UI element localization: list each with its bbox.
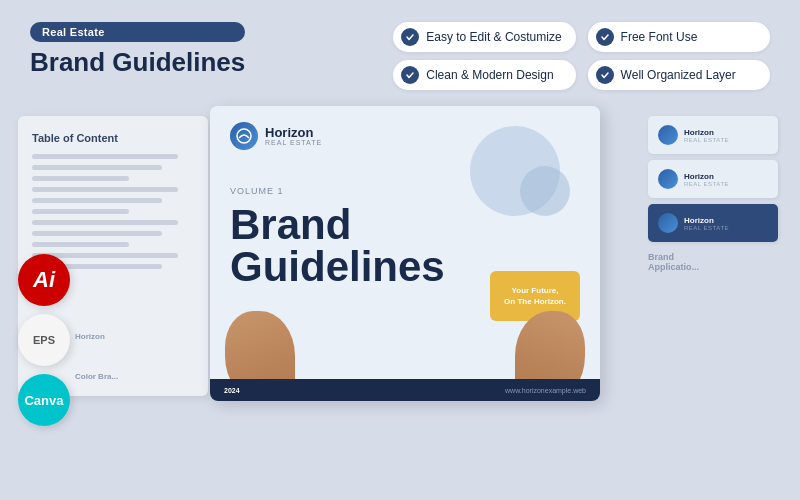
header: Real Estate Brand Guidelines Easy to Edi… bbox=[0, 0, 800, 106]
line bbox=[32, 165, 162, 170]
horizon-card-sub-2: REAL ESTATE bbox=[684, 181, 729, 187]
svg-point-0 bbox=[237, 129, 251, 143]
horizon-card-label-3: Horizon bbox=[684, 216, 729, 225]
horizon-card-1: Horizon REAL ESTATE bbox=[648, 116, 778, 154]
doc-right-column: Horizon REAL ESTATE Horizon REAL ESTATE … bbox=[648, 116, 778, 272]
line bbox=[32, 198, 162, 203]
doc-footer-url: www.horizonexample.web bbox=[505, 387, 586, 394]
color-brand-label: Color Bra... bbox=[75, 372, 118, 381]
doc-footer: 2024 www.horizonexample.web bbox=[210, 379, 600, 401]
horizon-logo: Horizon Real Estate bbox=[230, 122, 322, 150]
horizon-sub: Real Estate bbox=[265, 139, 322, 146]
page-title: Brand Guidelines bbox=[30, 48, 245, 77]
horizon-card-label-1: Horizon bbox=[684, 128, 729, 137]
doc-center-inner: Horizon Real Estate Volume 1 Brand Guide… bbox=[210, 106, 600, 401]
feature-label-2: Free Font Use bbox=[621, 30, 698, 44]
line bbox=[32, 242, 129, 247]
line bbox=[32, 209, 129, 214]
horizon-card-icon-1 bbox=[658, 125, 678, 145]
horizon-card-text-1: Horizon REAL ESTATE bbox=[684, 128, 729, 143]
brand-app-label: BrandApplicatio... bbox=[648, 252, 778, 272]
horizon-small-label: Horizon bbox=[75, 332, 105, 341]
feature-item-2: Free Font Use bbox=[588, 22, 770, 52]
horizon-card-3: Horizon REAL ESTATE bbox=[648, 204, 778, 242]
feature-label-1: Easy to Edit & Costumize bbox=[426, 30, 561, 44]
volume-text: Volume 1 bbox=[230, 186, 284, 196]
check-icon-2 bbox=[596, 28, 614, 46]
brand-guidelines-big: Brand Guidelines bbox=[230, 204, 445, 288]
badge-real-estate: Real Estate bbox=[30, 22, 245, 42]
line bbox=[32, 220, 178, 225]
brand-big: Brand bbox=[230, 204, 445, 246]
eps-icon: EPS bbox=[18, 314, 70, 366]
line bbox=[32, 154, 178, 159]
left-header: Real Estate Brand Guidelines bbox=[30, 22, 245, 77]
horizon-card-icon-2 bbox=[658, 169, 678, 189]
decorative-circle-small bbox=[520, 166, 570, 216]
feature-label-3: Clean & Modern Design bbox=[426, 68, 553, 82]
horizon-card-sub-1: REAL ESTATE bbox=[684, 137, 729, 143]
horizon-logo-text: Horizon Real Estate bbox=[265, 126, 322, 146]
feature-item-3: Clean & Modern Design bbox=[393, 60, 575, 90]
horizon-card-text-2: Horizon REAL ESTATE bbox=[684, 172, 729, 187]
doc-center: Horizon Real Estate Volume 1 Brand Guide… bbox=[210, 106, 600, 401]
features-grid: Easy to Edit & Costumize Free Font Use C… bbox=[393, 22, 770, 90]
feature-item-4: Well Organized Layer bbox=[588, 60, 770, 90]
bottom-icons: Ai EPS Canva bbox=[18, 254, 70, 426]
horizon-name: Horizon bbox=[265, 126, 322, 139]
horizon-card-2: Horizon REAL ESTATE bbox=[648, 160, 778, 198]
horizon-logo-icon bbox=[230, 122, 258, 150]
line bbox=[32, 231, 162, 236]
doc-left-title: Table of Content bbox=[32, 132, 194, 144]
ai-icon: Ai bbox=[18, 254, 70, 306]
line bbox=[32, 187, 178, 192]
guidelines-big: Guidelines bbox=[230, 246, 445, 288]
horizon-card-sub-3: REAL ESTATE bbox=[684, 225, 729, 231]
doc-footer-year: 2024 bbox=[224, 387, 240, 394]
horizon-card-text-3: Horizon REAL ESTATE bbox=[684, 216, 729, 231]
check-icon-1 bbox=[401, 28, 419, 46]
line bbox=[32, 176, 129, 181]
check-icon-4 bbox=[596, 66, 614, 84]
horizon-card-icon-3 bbox=[658, 213, 678, 233]
horizon-card-label-2: Horizon bbox=[684, 172, 729, 181]
main-content: Table of Content bbox=[0, 106, 800, 436]
check-icon-3 bbox=[401, 66, 419, 84]
feature-label-4: Well Organized Layer bbox=[621, 68, 736, 82]
canva-icon: Canva bbox=[18, 374, 70, 426]
feature-item-1: Easy to Edit & Costumize bbox=[393, 22, 575, 52]
